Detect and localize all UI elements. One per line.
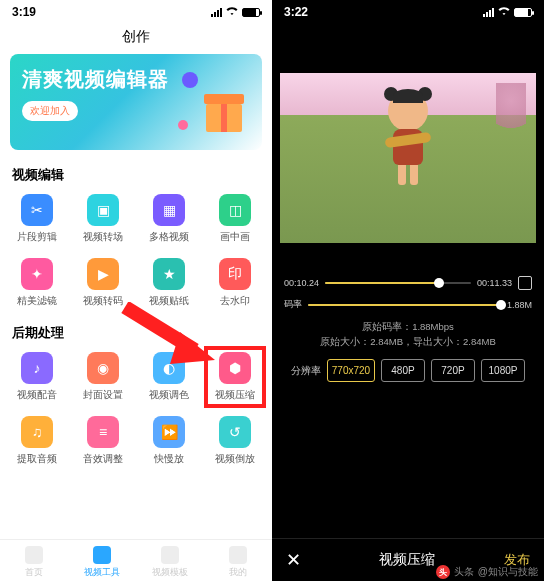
tab-mine[interactable]: 我的 [204, 546, 272, 579]
tool-reverse[interactable]: ↺视频倒放 [202, 412, 268, 470]
compress-info: 原始码率：1.88Mbps 原始大小：2.84MB，导出大小：2.84MB [284, 319, 532, 349]
tool-watermark[interactable]: 印去水印 [202, 254, 268, 312]
res-option-480p[interactable]: 480P [381, 359, 425, 382]
wifi-icon [225, 5, 239, 19]
status-time: 3:22 [284, 5, 308, 19]
bottom-tab-bar: 首页 视频工具 视频模板 我的 [0, 539, 272, 581]
signal-icon [483, 8, 494, 17]
tool-cover[interactable]: ◉封面设置 [70, 348, 136, 406]
res-option-770x720[interactable]: 770x720 [327, 359, 375, 382]
toutiao-logo-icon: 头 [436, 565, 450, 579]
watermark-icon: 印 [219, 258, 251, 290]
post-tools-grid: ♪视频配音 ◉封面设置 ◐视频调色 ⬢视频压缩 ♫提取音频 ≡音效调整 ⏩快慢放… [0, 348, 272, 476]
resolution-label: 分辨率 [291, 364, 321, 378]
reverse-icon: ↺ [219, 416, 251, 448]
tool-transition[interactable]: ▣视频转场 [70, 190, 136, 248]
section-header-edit: 视频编辑 [0, 160, 272, 190]
transition-icon: ▣ [87, 194, 119, 226]
section-header-post: 后期处理 [0, 318, 272, 348]
palette-icon: ◐ [153, 352, 185, 384]
bitrate-slider[interactable]: 码率 1.88M [284, 298, 532, 311]
tool-sticker[interactable]: ★视频贴纸 [136, 254, 202, 312]
gift-icon [178, 68, 248, 138]
highlight-box [204, 346, 266, 408]
tool-speed[interactable]: ⏩快慢放 [136, 412, 202, 470]
home-icon [25, 546, 43, 564]
tool-sound-fx[interactable]: ≡音效调整 [70, 412, 136, 470]
wifi-icon [497, 5, 511, 19]
video-preview[interactable] [280, 50, 536, 266]
source-credit: 头 头条 @知识与技能 [436, 565, 538, 579]
res-option-720p[interactable]: 720P [431, 359, 475, 382]
video-character [381, 91, 435, 185]
tab-video-tools[interactable]: 视频工具 [68, 546, 136, 579]
pip-icon: ◫ [219, 194, 251, 226]
tool-dub[interactable]: ♪视频配音 [4, 348, 70, 406]
grid-icon: ▦ [153, 194, 185, 226]
sparkle-icon: ✦ [21, 258, 53, 290]
play-icon: ▶ [87, 258, 119, 290]
tool-multigrid[interactable]: ▦多格视频 [136, 190, 202, 248]
tab-templates[interactable]: 视频模板 [136, 546, 204, 579]
tools-icon [93, 546, 111, 564]
battery-icon [514, 8, 532, 17]
resolution-selector: 分辨率 770x720 480P 720P 1080P [284, 359, 532, 382]
promo-banner[interactable]: 清爽视频编辑器 欢迎加入 [10, 54, 262, 150]
person-icon [229, 546, 247, 564]
timeline-slider[interactable]: 00:10.24 00:11.33 [284, 276, 532, 290]
fullscreen-icon[interactable] [518, 276, 532, 290]
close-button[interactable]: ✕ [286, 549, 310, 571]
image-icon: ◉ [87, 352, 119, 384]
bitrate-value: 1.88M [507, 300, 532, 310]
scissors-icon: ✂ [21, 194, 53, 226]
signal-icon [211, 8, 222, 17]
time-end: 00:11.33 [477, 278, 512, 288]
banner-cta-button[interactable]: 欢迎加入 [22, 101, 78, 121]
tool-extract-audio[interactable]: ♫提取音频 [4, 412, 70, 470]
res-option-1080p[interactable]: 1080P [481, 359, 525, 382]
tool-filter[interactable]: ✦精美滤镜 [4, 254, 70, 312]
status-bar: 3:22 [272, 0, 544, 24]
status-bar: 3:19 [0, 0, 272, 24]
template-icon [161, 546, 179, 564]
tab-home[interactable]: 首页 [0, 546, 68, 579]
sticker-icon: ★ [153, 258, 185, 290]
page-title: 创作 [0, 24, 272, 54]
tool-transcode[interactable]: ▶视频转码 [70, 254, 136, 312]
equalizer-icon: ≡ [87, 416, 119, 448]
music-icon: ♪ [21, 352, 53, 384]
bitrate-label: 码率 [284, 298, 302, 311]
time-start: 00:10.24 [284, 278, 319, 288]
edit-tools-grid: ✂片段剪辑 ▣视频转场 ▦多格视频 ◫画中画 ✦精美滤镜 ▶视频转码 ★视频贴纸… [0, 190, 272, 318]
headphone-icon: ♫ [21, 416, 53, 448]
tool-pip[interactable]: ◫画中画 [202, 190, 268, 248]
tool-color[interactable]: ◐视频调色 [136, 348, 202, 406]
battery-icon [242, 8, 260, 17]
tool-clip[interactable]: ✂片段剪辑 [4, 190, 70, 248]
speed-icon: ⏩ [153, 416, 185, 448]
status-time: 3:19 [12, 5, 36, 19]
tool-compress[interactable]: ⬢视频压缩 [202, 348, 268, 406]
